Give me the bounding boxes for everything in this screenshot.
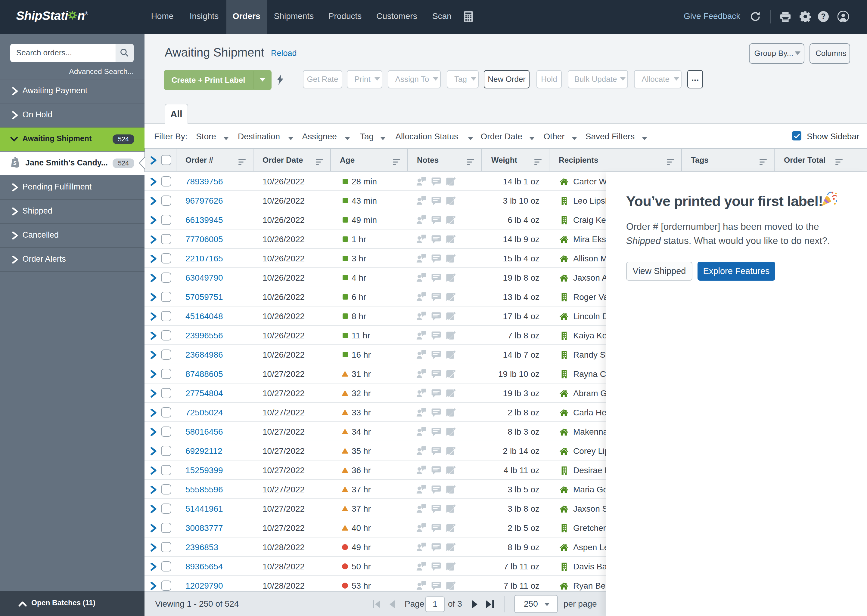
- svg-text:?: ?: [821, 12, 826, 20]
- svg-text:S: S: [13, 160, 17, 166]
